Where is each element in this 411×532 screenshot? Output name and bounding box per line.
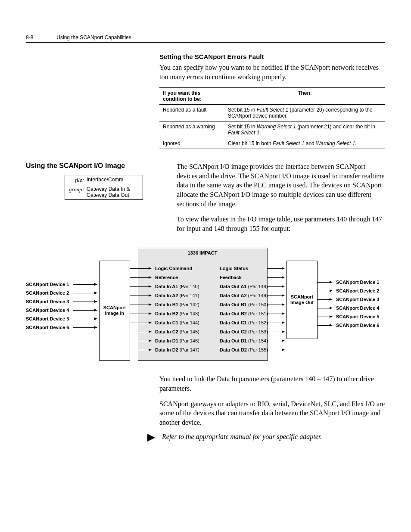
cell-condition: Ignored [159,138,224,149]
data-in-label: Data In C2 (Par 145) [155,329,220,334]
cell-then: Set bit 15 in Warning Select 1 (paramete… [224,121,385,138]
body-paragraph: The SCANport I/O image provides the inte… [177,162,385,208]
data-in-label: Data In A1 (Par 140) [155,284,220,289]
data-in-label: Data In C1 (Par 144) [155,320,220,325]
arrow-icon [267,341,284,341]
cell-condition: Reported as a fault [159,105,224,121]
meta-file-label: file: [68,177,84,184]
running-header: 8-8 Using the SCANport Capabilities [26,34,385,43]
note-text: Refer to the appropriate manual for your… [162,433,322,441]
arrow-icon [267,350,284,350]
arrow-icon [317,308,332,308]
arrow-icon [73,302,97,302]
body-paragraph: You can specify how you want to be notif… [159,63,385,81]
reference-note: Refer to the appropriate manual for your… [146,433,385,442]
arrow-icon [130,268,151,269]
scanport-image-out-box: SCANport Image Out [286,261,318,339]
body-paragraph: SCANport gateways or adapters to RIO, se… [159,399,385,427]
device-right-label: SCANport Device 1 [336,280,396,285]
page-container: 8-8 Using the SCANport Capabilities Sett… [0,0,411,468]
data-in-label: Logic Command [155,266,220,271]
table-row: Reported as a fault Set bit 15 in Fault … [159,105,385,121]
arrow-icon [267,286,284,287]
data-in-label: Data In B2 (Par 143) [155,311,220,316]
impact-title: 1336 IMPACT [138,250,267,255]
arrow-icon [130,305,151,305]
arrow-icon [130,296,151,296]
file-group-box: file: Interface/Comm group: Gateway Data… [65,175,143,200]
chapter-title: Using the SCANport Capabilities [56,34,131,40]
data-in-label: Data In D1 (Par 146) [155,338,220,343]
arrow-icon [317,291,332,291]
arrow-icon [73,310,97,311]
arrow-icon [267,323,284,323]
arrow-icon [130,341,151,341]
data-in-label: Data In D2 (Par 147) [155,347,220,352]
device-right-label: SCANport Device 5 [336,314,396,319]
arrow-icon [73,284,97,285]
table-head-condition: If you want this condition to be: [159,88,224,105]
triangle-icon [146,433,156,442]
meta-group-label: group: [68,186,84,198]
arrow-icon [317,282,332,283]
meta-group-value: Gateway Data In & Gateway Data Out [87,186,140,198]
arrow-icon [267,332,284,332]
device-right-label: SCANport Device 3 [336,297,396,302]
arrow-icon [130,286,151,287]
arrow-icon [267,305,284,305]
svg-marker-0 [147,434,155,442]
table-row: Reported as a warning Set bit 15 in Warn… [159,121,385,138]
arrow-icon [267,314,284,314]
section-heading: Using the SCANport I/O Image [26,162,159,170]
arrow-icon [267,296,284,296]
body-paragraph: To view the values in the I/O image tabl… [177,215,385,233]
arrow-icon [317,317,332,317]
arrow-icon [130,350,151,350]
arrow-icon [130,277,151,278]
data-in-label: Reference [155,275,220,280]
arrow-icon [73,319,97,319]
arrow-icon [317,325,332,326]
device-right-label: SCANport Device 6 [336,323,396,328]
body-paragraph: You need to link the Data In parameters … [159,374,385,393]
io-image-diagram: 1336 IMPACT SCANport Image In SCANport I… [26,248,409,364]
section-heading: Setting the SCANport Errors Fault [159,53,385,60]
data-in-label: Data In A2 (Par 141) [155,293,220,298]
cell-then: Clear bit 15 in both Fault Select 1 and … [224,138,385,149]
table-head-then: Then: [224,88,385,105]
device-right-label: SCANport Device 4 [336,305,396,311]
arrow-icon [73,293,97,293]
data-in-label: Data In B1 (Par 142) [155,302,220,307]
arrow-icon [267,277,284,278]
arrow-icon [130,332,151,332]
scanport-image-in-box: SCANport Image In [99,261,130,361]
meta-file-value: Interface/Comm [87,177,123,184]
page-number: 8-8 [26,34,33,40]
table-row: Ignored Clear bit 15 in both Fault Selec… [159,138,385,149]
arrow-icon [317,299,332,300]
arrow-icon [130,314,151,314]
arrow-icon [73,327,97,328]
cell-condition: Reported as a warning [159,121,224,138]
conditions-table: If you want this condition to be: Then: … [159,87,385,149]
cell-then: Set bit 15 in Fault Select 1 (parameter … [224,105,385,121]
arrow-icon [130,323,151,323]
device-right-label: SCANport Device 2 [336,288,396,293]
arrow-icon [267,268,284,269]
